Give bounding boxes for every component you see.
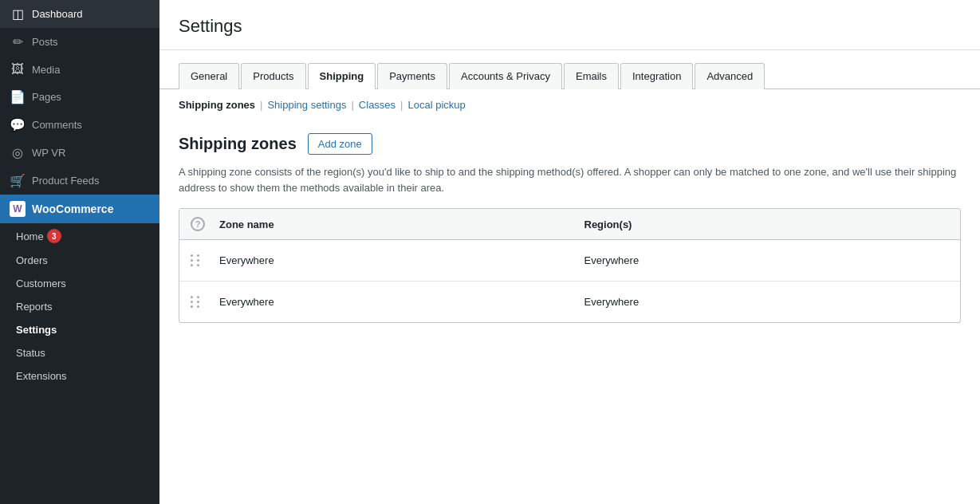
subnav-shipping-zones[interactable]: Shipping zones — [179, 99, 255, 111]
posts-icon: ✏ — [10, 34, 26, 49]
shipping-zones-header: Shipping zones Add zone — [179, 133, 961, 155]
drag-dots — [191, 254, 200, 266]
home-badge: 3 — [47, 229, 61, 243]
main-content: Settings General Products Shipping Payme… — [159, 0, 980, 504]
subnav-sep-2: | — [351, 99, 353, 111]
sidebar-item-dashboard[interactable]: ◫ Dashboard — [0, 0, 159, 28]
tab-integration[interactable]: Integration — [620, 63, 693, 89]
media-icon: 🖼 — [10, 62, 26, 77]
sidebar-item-media[interactable]: 🖼 Media — [0, 56, 159, 83]
sidebar-item-orders[interactable]: Orders — [0, 249, 159, 272]
status-label: Status — [16, 347, 45, 359]
sidebar-item-label: WP VR — [32, 147, 65, 159]
subnav-sep-1: | — [260, 99, 262, 111]
sidebar-item-home[interactable]: Home 3 — [0, 223, 159, 249]
sidebar-item-settings[interactable]: Settings — [0, 318, 159, 341]
extensions-label: Extensions — [16, 370, 67, 382]
tab-emails[interactable]: Emails — [564, 63, 619, 89]
sidebar-item-product-feeds[interactable]: 🛒 Product Feeds — [0, 167, 159, 195]
sidebar-item-pages[interactable]: 📄 Pages — [0, 83, 159, 111]
reports-label: Reports — [16, 301, 53, 313]
regions-cell: Everywhere — [584, 296, 950, 308]
pages-icon: 📄 — [10, 89, 26, 104]
tab-products[interactable]: Products — [241, 63, 305, 89]
table-header: ? Zone name Region(s) — [179, 209, 960, 240]
table-header-regions: Region(s) — [584, 217, 950, 231]
sidebar-item-label: Product Feeds — [32, 175, 100, 187]
sidebar-item-customers[interactable]: Customers — [0, 272, 159, 295]
zone-name-cell: Everywhere — [219, 296, 584, 308]
dashboard-icon: ◫ — [10, 6, 26, 22]
shipping-zones-title: Shipping zones — [179, 135, 297, 153]
page-title: Settings — [159, 0, 980, 50]
tab-payments[interactable]: Payments — [377, 63, 447, 89]
sub-nav: Shipping zones | Shipping settings | Cla… — [159, 89, 980, 120]
sidebar-item-posts[interactable]: ✏ Posts — [0, 28, 159, 56]
zone-name-cell: Everywhere — [219, 254, 584, 266]
customers-label: Customers — [16, 278, 66, 289]
home-label: Home — [16, 230, 44, 242]
add-zone-button[interactable]: Add zone — [308, 133, 372, 155]
tabs-bar: General Products Shipping Payments Accou… — [159, 50, 980, 89]
sidebar-item-extensions[interactable]: Extensions — [0, 364, 159, 388]
drag-handle[interactable] — [191, 296, 219, 308]
drag-dots — [191, 296, 200, 308]
woocommerce-label: WooCommerce — [32, 203, 113, 215]
shipping-description: A shipping zone consists of the region(s… — [179, 164, 960, 195]
tab-shipping[interactable]: Shipping — [308, 63, 376, 89]
subnav-sep-3: | — [400, 99, 403, 111]
woocommerce-header[interactable]: W WooCommerce — [0, 195, 159, 223]
sidebar-item-status[interactable]: Status — [0, 341, 159, 364]
comments-icon: 💬 — [10, 117, 26, 132]
subnav-local-pickup[interactable]: Local pickup — [408, 99, 466, 111]
tab-accounts-privacy[interactable]: Accounts & Privacy — [449, 63, 562, 89]
settings-label: Settings — [16, 324, 57, 336]
content-area: Shipping zones Add zone A shipping zone … — [159, 120, 980, 504]
regions-cell: Everywhere — [584, 254, 950, 266]
sidebar-item-comments[interactable]: 💬 Comments — [0, 111, 159, 139]
wpvr-icon: ◎ — [10, 145, 26, 160]
sidebar-item-label: Posts — [32, 36, 58, 48]
tab-general[interactable]: General — [179, 63, 239, 89]
table-row[interactable]: Everywhere Everywhere — [179, 240, 960, 282]
table-row[interactable]: Everywhere Everywhere — [179, 282, 960, 322]
help-icon[interactable]: ? — [191, 217, 205, 231]
sidebar-item-wp-vr[interactable]: ◎ WP VR — [0, 139, 159, 167]
sidebar-item-label: Comments — [32, 119, 82, 131]
table-header-help: ? — [191, 217, 219, 231]
sidebar-item-label: Dashboard — [32, 8, 83, 20]
orders-label: Orders — [16, 254, 48, 266]
sidebar-item-label: Media — [32, 64, 60, 76]
sidebar-item-reports[interactable]: Reports — [0, 295, 159, 318]
table-header-zone-name: Zone name — [219, 217, 584, 231]
product-feeds-icon: 🛒 — [10, 173, 26, 188]
woo-icon: W — [10, 201, 26, 217]
sidebar: ◫ Dashboard ✏ Posts 🖼 Media 📄 Pages 💬 Co… — [0, 0, 159, 504]
sidebar-item-label: Pages — [32, 91, 61, 103]
tab-advanced[interactable]: Advanced — [695, 63, 765, 89]
subnav-shipping-settings[interactable]: Shipping settings — [267, 99, 346, 111]
drag-handle[interactable] — [191, 254, 219, 266]
subnav-classes[interactable]: Classes — [359, 99, 396, 111]
zones-table: ? Zone name Region(s) Everywhere Everywh… — [179, 208, 961, 323]
